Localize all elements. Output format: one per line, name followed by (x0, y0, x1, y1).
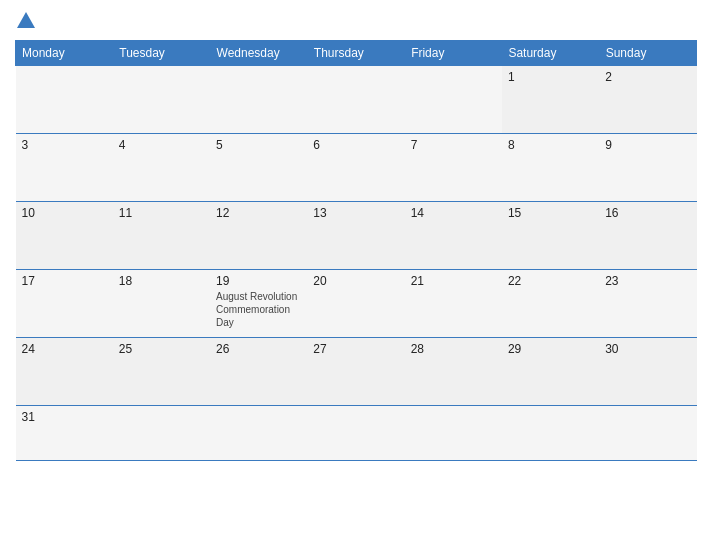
calendar-week-row: 3456789 (16, 134, 697, 202)
calendar-day-cell (210, 406, 307, 461)
calendar-day-cell: 30 (599, 338, 696, 406)
day-number: 30 (605, 342, 690, 356)
logo-icon (15, 10, 37, 32)
weekday-header-cell: Wednesday (210, 41, 307, 66)
weekday-header-cell: Monday (16, 41, 113, 66)
day-number: 21 (411, 274, 496, 288)
calendar-day-cell: 18 (113, 270, 210, 338)
day-number: 31 (22, 410, 107, 424)
day-number: 10 (22, 206, 107, 220)
day-number: 28 (411, 342, 496, 356)
calendar-day-cell (599, 406, 696, 461)
holiday-label: August Revolution Commemoration Day (216, 290, 301, 329)
calendar-day-cell (16, 66, 113, 134)
calendar-table: MondayTuesdayWednesdayThursdayFridaySatu… (15, 40, 697, 461)
calendar-day-cell (307, 66, 404, 134)
calendar-day-cell: 24 (16, 338, 113, 406)
calendar-day-cell: 9 (599, 134, 696, 202)
calendar-day-cell: 29 (502, 338, 599, 406)
calendar-week-row: 171819August Revolution Commemoration Da… (16, 270, 697, 338)
weekday-header-cell: Friday (405, 41, 502, 66)
calendar-day-cell: 28 (405, 338, 502, 406)
day-number: 27 (313, 342, 398, 356)
calendar-day-cell: 31 (16, 406, 113, 461)
calendar-week-row: 10111213141516 (16, 202, 697, 270)
calendar-day-cell: 20 (307, 270, 404, 338)
weekday-header-row: MondayTuesdayWednesdayThursdayFridaySatu… (16, 41, 697, 66)
day-number: 8 (508, 138, 593, 152)
calendar-day-cell: 22 (502, 270, 599, 338)
day-number: 13 (313, 206, 398, 220)
weekday-header-cell: Tuesday (113, 41, 210, 66)
calendar-day-cell: 1 (502, 66, 599, 134)
calendar-day-cell (405, 406, 502, 461)
calendar-day-cell: 4 (113, 134, 210, 202)
calendar-day-cell: 12 (210, 202, 307, 270)
day-number: 12 (216, 206, 301, 220)
day-number: 11 (119, 206, 204, 220)
calendar-day-cell: 26 (210, 338, 307, 406)
calendar-day-cell: 25 (113, 338, 210, 406)
calendar-day-cell: 10 (16, 202, 113, 270)
calendar-day-cell (113, 406, 210, 461)
calendar-day-cell: 6 (307, 134, 404, 202)
calendar-week-row: 12 (16, 66, 697, 134)
day-number: 7 (411, 138, 496, 152)
day-number: 29 (508, 342, 593, 356)
day-number: 18 (119, 274, 204, 288)
day-number: 2 (605, 70, 690, 84)
day-number: 26 (216, 342, 301, 356)
calendar-body: 12345678910111213141516171819August Revo… (16, 66, 697, 461)
svg-marker-0 (17, 12, 35, 28)
calendar-day-cell: 17 (16, 270, 113, 338)
calendar-day-cell: 3 (16, 134, 113, 202)
day-number: 23 (605, 274, 690, 288)
calendar-day-cell: 14 (405, 202, 502, 270)
calendar-day-cell: 27 (307, 338, 404, 406)
calendar-day-cell: 13 (307, 202, 404, 270)
day-number: 5 (216, 138, 301, 152)
day-number: 6 (313, 138, 398, 152)
calendar-week-row: 31 (16, 406, 697, 461)
day-number: 15 (508, 206, 593, 220)
day-number: 19 (216, 274, 301, 288)
weekday-header-cell: Thursday (307, 41, 404, 66)
calendar-day-cell: 15 (502, 202, 599, 270)
calendar-day-cell: 7 (405, 134, 502, 202)
weekday-header-cell: Sunday (599, 41, 696, 66)
day-number: 4 (119, 138, 204, 152)
logo (15, 10, 39, 32)
day-number: 24 (22, 342, 107, 356)
day-number: 9 (605, 138, 690, 152)
header (15, 10, 697, 32)
calendar-day-cell (307, 406, 404, 461)
weekday-header-cell: Saturday (502, 41, 599, 66)
calendar-day-cell (210, 66, 307, 134)
calendar-day-cell: 21 (405, 270, 502, 338)
day-number: 1 (508, 70, 593, 84)
day-number: 22 (508, 274, 593, 288)
day-number: 3 (22, 138, 107, 152)
calendar-day-cell (113, 66, 210, 134)
calendar-day-cell: 8 (502, 134, 599, 202)
calendar-day-cell: 2 (599, 66, 696, 134)
calendar-day-cell: 19August Revolution Commemoration Day (210, 270, 307, 338)
calendar-day-cell (405, 66, 502, 134)
day-number: 17 (22, 274, 107, 288)
calendar-day-cell: 5 (210, 134, 307, 202)
day-number: 14 (411, 206, 496, 220)
day-number: 25 (119, 342, 204, 356)
calendar-day-cell: 16 (599, 202, 696, 270)
calendar-day-cell: 23 (599, 270, 696, 338)
day-number: 20 (313, 274, 398, 288)
calendar-day-cell: 11 (113, 202, 210, 270)
day-number: 16 (605, 206, 690, 220)
calendar-day-cell (502, 406, 599, 461)
calendar-week-row: 24252627282930 (16, 338, 697, 406)
calendar-page: MondayTuesdayWednesdayThursdayFridaySatu… (0, 0, 712, 550)
